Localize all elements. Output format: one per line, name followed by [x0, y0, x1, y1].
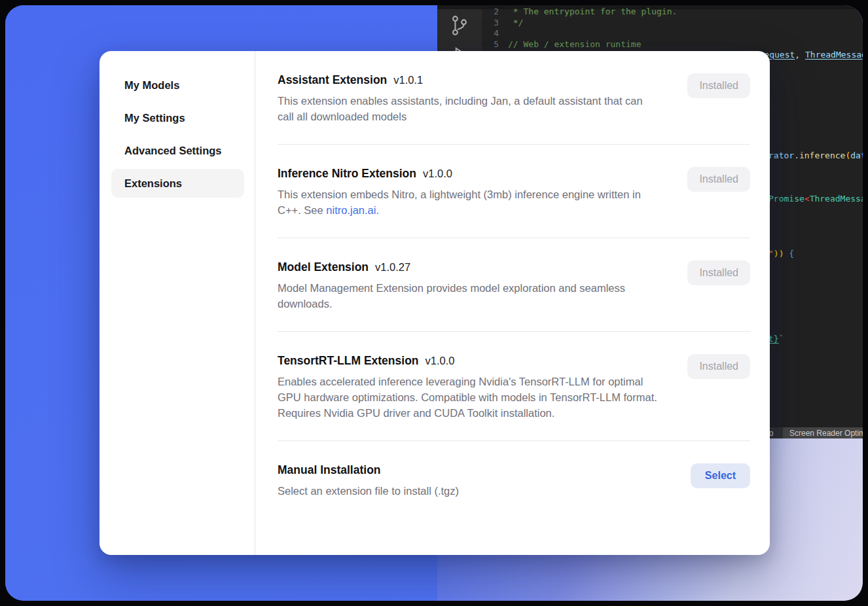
extension-version: v1.0.1: [393, 74, 423, 86]
sidebar-item-extensions[interactable]: Extensions: [111, 169, 244, 198]
settings-sidebar: My Models My Settings Advanced Settings …: [99, 51, 255, 555]
manual-installation-row: Manual Installation Select an extension …: [278, 440, 750, 518]
extension-description: This extension enables assistants, inclu…: [278, 93, 657, 124]
extension-row-assistant: Assistant Extension v1.0.1 This extensio…: [278, 51, 750, 144]
screen-reader-optimized-item[interactable]: Screen Reader Optimized: [783, 427, 863, 438]
sidebar-item-my-models[interactable]: My Models: [111, 71, 244, 99]
installed-button-assistant[interactable]: Installed: [687, 73, 750, 98]
code-line: 5// Web / extension runtime: [482, 39, 863, 50]
nitro-jan-ai-link[interactable]: nitro.jan.ai.: [326, 204, 379, 216]
extension-description: Model Management Extension provides mode…: [278, 280, 657, 312]
installed-button-inference-nitro[interactable]: Installed: [687, 167, 750, 192]
installed-button-model[interactable]: Installed: [687, 260, 750, 285]
sidebar-item-my-settings[interactable]: My Settings: [111, 103, 244, 132]
extension-title: Model Extension: [278, 260, 369, 274]
code-line: 4: [482, 28, 863, 39]
code-fragment: rator.inference(data));: [769, 151, 863, 160]
source-control-icon[interactable]: [448, 14, 471, 37]
installed-button-tensorrt-llm[interactable]: Installed: [687, 354, 750, 379]
extension-title: Inference Nitro Extension: [278, 167, 416, 181]
sidebar-item-advanced-settings[interactable]: Advanced Settings: [111, 136, 244, 165]
extension-version: v1.0.0: [425, 355, 455, 367]
manual-installation-title: Manual Installation: [278, 463, 381, 477]
extension-row-inference-nitro: Inference Nitro Extension v1.0.0 This ex…: [278, 144, 750, 238]
settings-card: My Models My Settings Advanced Settings …: [99, 51, 770, 555]
extension-description: This extension embeds Nitro, a lightweig…: [278, 187, 657, 218]
extension-title: TensortRT-LLM Extension: [278, 354, 419, 368]
code-fragment: Promise<ThreadMessage>: [769, 194, 863, 204]
extension-row-model: Model Extension v1.0.27 Model Management…: [278, 238, 750, 331]
code-line: 2 * The entrypoint for the plugin.: [482, 7, 863, 18]
code-fragment: t}`: [769, 334, 784, 344]
extension-version: v1.0.27: [375, 261, 410, 274]
select-file-button[interactable]: Select: [691, 463, 750, 488]
code-fragment: ")) {: [769, 249, 794, 258]
scene: 2 * The entrypoint for the plugin.3 */45…: [5, 5, 863, 601]
extension-title: Assistant Extension: [278, 73, 387, 87]
extensions-list: Assistant Extension v1.0.1 This extensio…: [255, 51, 770, 555]
code-line: 3 */: [482, 18, 863, 29]
extension-version: v1.0.0: [423, 168, 452, 180]
manual-installation-description: Select an extension file to install (.tg…: [278, 483, 657, 499]
extension-description: Enables accelerated inference leveraging…: [278, 374, 657, 421]
extension-row-tensorrt-llm: TensortRT-LLM Extension v1.0.0 Enables a…: [278, 331, 750, 440]
